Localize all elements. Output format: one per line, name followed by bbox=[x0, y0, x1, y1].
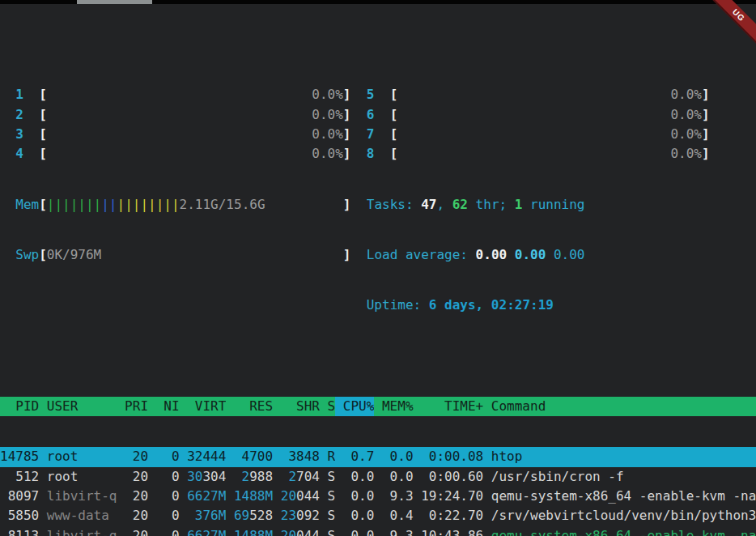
tasks-stat: 1 bbox=[515, 195, 523, 215]
meter-open-bracket: [ bbox=[39, 195, 47, 215]
column-header-ni[interactable]: NI bbox=[148, 397, 180, 416]
process-row[interactable]: 512root2003030429882704S0.00.00:00.60/us… bbox=[0, 467, 756, 487]
column-header-time[interactable]: TIME+ bbox=[414, 397, 484, 416]
mem-value-low: 092 bbox=[296, 508, 320, 523]
tasks-stat: running bbox=[522, 195, 584, 215]
command-cell: htop bbox=[483, 447, 756, 466]
process-row[interactable]: 5850www-data200376M6952823092S0.00.40:22… bbox=[0, 506, 756, 525]
mem-value-high: 3 bbox=[288, 449, 296, 464]
column-header-user[interactable]: USER bbox=[39, 397, 117, 416]
user-cell: libvirt-q bbox=[39, 487, 117, 506]
gap bbox=[350, 85, 366, 104]
virt-cell: 6627M bbox=[180, 487, 227, 506]
mem-value-high: 1488M bbox=[234, 528, 273, 536]
load-average-stat: 0.00 bbox=[476, 245, 515, 265]
gap bbox=[374, 144, 389, 164]
mem-value-high: 2 bbox=[242, 469, 250, 484]
process-row[interactable]: 8113libvirt-q2006627M1488M20044S0.09.310… bbox=[0, 526, 756, 536]
tasks-stat: 47 bbox=[421, 195, 436, 215]
gap bbox=[23, 105, 39, 125]
command-cell: qemu-system-x86_64 -enable-kvm -na bbox=[483, 487, 756, 506]
virt-cell: 32444 bbox=[180, 447, 227, 466]
cpu-meter-id: 3 bbox=[15, 125, 23, 144]
pid-cell: 8113 bbox=[0, 526, 39, 536]
meter-open-bracket: [ bbox=[390, 125, 398, 144]
mem-value-low: 848 bbox=[296, 449, 320, 464]
shr-cell: 23092 bbox=[273, 506, 320, 525]
gap bbox=[374, 85, 389, 104]
column-header-s[interactable]: S bbox=[320, 397, 335, 416]
res-cell: 2988 bbox=[226, 467, 273, 487]
indent bbox=[0, 296, 367, 315]
mem-percent-cell: 9.3 bbox=[374, 526, 413, 536]
blank-row bbox=[0, 347, 756, 366]
swap-label: Swp bbox=[15, 245, 39, 265]
cpu-meter-value: 0.0% bbox=[670, 105, 702, 125]
tasks-stat: Tasks: bbox=[367, 195, 421, 215]
cpu-meter-bar bbox=[47, 144, 312, 164]
indent bbox=[0, 125, 15, 144]
cpu-meter-value: 0.0% bbox=[312, 105, 343, 125]
user-cell: root bbox=[39, 467, 117, 487]
nice-cell: 0 bbox=[148, 526, 180, 536]
debug-ribbon-label: UG bbox=[712, 0, 756, 44]
mem-value-high: 4 bbox=[242, 449, 250, 464]
mem-percent-cell: 9.3 bbox=[374, 487, 413, 506]
column-header-virt[interactable]: VIRT bbox=[180, 397, 227, 416]
state-cell: S bbox=[320, 467, 335, 487]
time-cell: 10:43.86 bbox=[414, 526, 484, 536]
indent bbox=[0, 105, 15, 125]
user-cell: libvirt-q bbox=[39, 526, 117, 536]
mem-meter-bar: |||||||||||||||||2.11G/15.6G bbox=[47, 195, 343, 215]
gap bbox=[23, 85, 39, 104]
state-cell: S bbox=[320, 487, 335, 506]
process-row[interactable]: 14785root2003244447003848R0.70.00:00.08h… bbox=[0, 447, 756, 466]
time-cell: 0:22.70 bbox=[414, 506, 484, 525]
nice-cell: 0 bbox=[148, 487, 180, 506]
mem-bars-cache: |||||||| bbox=[117, 197, 180, 212]
priority-cell: 20 bbox=[117, 526, 148, 536]
meter-open-bracket: [ bbox=[390, 105, 398, 125]
gap bbox=[374, 125, 389, 144]
indent bbox=[0, 85, 15, 104]
column-header-cpu[interactable]: CPU% bbox=[335, 397, 374, 416]
nice-cell: 0 bbox=[148, 506, 180, 525]
column-header-command[interactable]: Command bbox=[483, 397, 756, 416]
cpu-percent-cell: 0.7 bbox=[335, 447, 374, 466]
tasks-stat: 62 bbox=[452, 195, 468, 215]
meter-open-bracket: [ bbox=[39, 85, 47, 104]
meter-open-bracket: [ bbox=[390, 85, 398, 104]
command-cell: qemu-system-x86_64 -enable-kvm -na bbox=[483, 526, 756, 536]
mem-percent-cell: 0.0 bbox=[374, 447, 413, 466]
priority-cell: 20 bbox=[117, 487, 148, 506]
column-header-shr[interactable]: SHR bbox=[273, 397, 320, 416]
meter-close-bracket: ] bbox=[343, 105, 351, 125]
column-header-pri[interactable]: PRI bbox=[117, 397, 148, 416]
meter-open-bracket: [ bbox=[39, 125, 47, 144]
nice-cell: 0 bbox=[148, 467, 180, 487]
uptime-stat: 6 days, 02:27:19 bbox=[429, 296, 554, 315]
shr-cell: 3848 bbox=[273, 447, 320, 466]
cpu-meter-id: 5 bbox=[367, 85, 375, 104]
column-header-pid[interactable]: PID bbox=[0, 397, 39, 416]
indent bbox=[0, 195, 15, 215]
column-header-mem[interactable]: MEM% bbox=[374, 397, 413, 416]
gap bbox=[350, 195, 366, 215]
mem-value-low: 704 bbox=[296, 469, 320, 484]
column-header-res[interactable]: RES bbox=[226, 397, 273, 416]
res-cell: 4700 bbox=[226, 447, 273, 466]
cpu-meter-bar bbox=[397, 144, 670, 164]
process-row[interactable]: 8097libvirt-q2006627M1488M20044S0.09.319… bbox=[0, 487, 756, 506]
nice-cell: 0 bbox=[148, 447, 180, 466]
cpu-meter-value: 0.0% bbox=[312, 85, 343, 104]
time-cell: 0:00.60 bbox=[414, 467, 484, 487]
cpu-meter-row: 2[0.0%]6[0.0%] bbox=[0, 105, 756, 125]
mem-meter-value: 2.11G/15.6G bbox=[180, 197, 265, 212]
user-cell: www-data bbox=[39, 506, 117, 525]
cpu-meter-id: 8 bbox=[367, 144, 375, 164]
meter-open-bracket: [ bbox=[390, 144, 398, 164]
cpu-meter-bar bbox=[47, 85, 312, 104]
state-cell: S bbox=[320, 526, 335, 536]
meter-close-bracket: ] bbox=[702, 85, 710, 104]
cpu-percent-cell: 0.0 bbox=[335, 506, 374, 525]
